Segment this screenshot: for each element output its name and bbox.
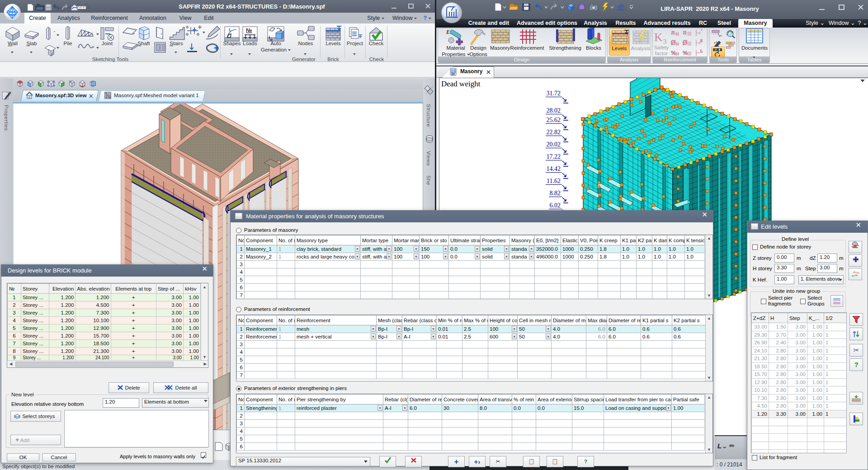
svg-text:Ø: Ø: [671, 39, 675, 46]
svg-text:3: 3: [663, 38, 667, 45]
svg-text:%: %: [683, 49, 688, 56]
svg-text:Ø: Ø: [683, 39, 687, 46]
svg-text:№: №: [246, 27, 252, 33]
svg-text:n: n: [683, 28, 687, 36]
svg-text:K: K: [654, 31, 663, 44]
svg-text:S: S: [700, 38, 703, 43]
svg-text:20: 20: [451, 72, 455, 75]
svg-text:n: n: [671, 28, 675, 36]
svg-text:%: %: [671, 49, 676, 56]
svg-text:1: 1: [228, 28, 231, 32]
svg-text:L: L: [700, 49, 703, 53]
